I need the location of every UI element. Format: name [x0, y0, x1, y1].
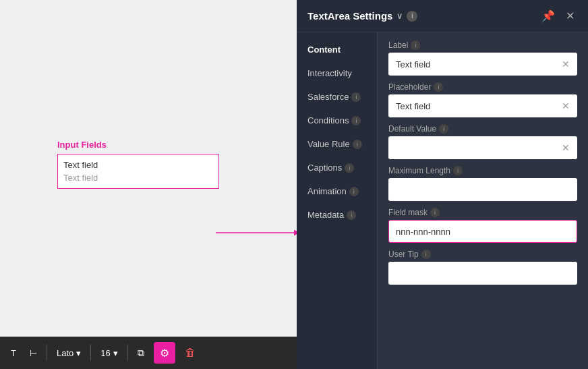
- close-button[interactable]: ✕: [563, 8, 577, 24]
- label-field-label: Label i: [388, 40, 577, 50]
- user-tip-field-label: User Tip i: [388, 250, 577, 259]
- field-mask-group: Field mask i nnn-nnn-nnnn: [388, 208, 577, 243]
- label-info-icon[interactable]: i: [411, 40, 420, 50]
- default-value-clear-button[interactable]: ✕: [562, 143, 570, 152]
- nav-conditions-label: Conditions: [307, 115, 349, 125]
- title-info-icon[interactable]: i: [407, 11, 417, 22]
- toolbar-divider-3: [127, 345, 128, 361]
- title-chevron[interactable]: ∨: [396, 11, 403, 21]
- label-field-group: Label i Text field ✕: [388, 40, 577, 76]
- placeholder-info-icon[interactable]: i: [434, 82, 443, 92]
- align-button[interactable]: ⊢: [26, 345, 41, 361]
- font-size-select[interactable]: 16 ▾: [96, 345, 121, 361]
- toolbar-divider-2: [90, 345, 91, 361]
- default-value-field-label: Default Value i: [388, 124, 577, 134]
- nav-item-interactivity[interactable]: Interactivity: [297, 61, 377, 85]
- font-name: Lato: [57, 348, 74, 358]
- font-size: 16: [100, 348, 110, 358]
- pin-icon: 📌: [541, 10, 555, 22]
- label-clear-button[interactable]: ✕: [562, 59, 570, 69]
- default-value-field-group: Default Value i ✕: [388, 124, 577, 159]
- nav-animation-label: Animation: [307, 186, 347, 196]
- external-icon: ⧉: [138, 347, 144, 359]
- panel-title: TextArea Settings ∨ i: [307, 10, 533, 22]
- bottom-toolbar: T ⊢ Lato ▾ 16 ▾ ⧉ ⚙ 🗑: [0, 337, 303, 369]
- user-tip-info-icon[interactable]: i: [421, 250, 431, 259]
- placeholder-value: Text field: [396, 101, 562, 111]
- nav-value-rule-label: Value Rule: [307, 139, 350, 149]
- default-value-info-icon[interactable]: i: [439, 124, 448, 134]
- max-length-field-label: Maximum Length i: [388, 166, 577, 175]
- captions-info-icon: i: [345, 163, 354, 173]
- metadata-info-icon: i: [347, 210, 356, 220]
- default-value-label-text: Default Value: [388, 124, 436, 134]
- input-placeholder: Text field: [63, 171, 213, 184]
- max-length-input[interactable]: [388, 178, 577, 201]
- input-text-value: Text field: [63, 159, 213, 171]
- label-value: Text field: [396, 59, 562, 69]
- conditions-info-icon: i: [351, 116, 361, 125]
- input-field-container[interactable]: Text field Text field: [57, 154, 219, 189]
- field-mask-value: nnn-nnn-nnnn: [396, 227, 570, 237]
- font-select[interactable]: Lato ▾: [53, 345, 85, 361]
- field-mask-label-text: Field mask: [388, 208, 428, 217]
- settings-panel: TextArea Settings ∨ i 📌 ✕ Content Intera…: [297, 0, 588, 369]
- max-length-label-text: Maximum Length: [388, 166, 450, 175]
- label-input[interactable]: Text field ✕: [388, 53, 577, 76]
- placeholder-input[interactable]: Text field ✕: [388, 94, 577, 117]
- user-tip-field-group: User Tip i: [388, 250, 577, 285]
- nav-content-label: Content: [307, 45, 341, 55]
- user-tip-input[interactable]: [388, 262, 577, 285]
- toolbar-divider-1: [47, 345, 47, 361]
- panel-header-actions: 📌 ✕: [539, 8, 577, 24]
- panel-body: Content Interactivity Salesforce i Condi…: [297, 32, 588, 369]
- animation-info-icon: i: [349, 187, 359, 196]
- nav-metadata-label: Metadata: [307, 210, 344, 220]
- placeholder-field-group: Placeholder i Text field ✕: [388, 82, 577, 117]
- canvas-area: Input Fields Text field Text field: [0, 0, 303, 369]
- external-link-button[interactable]: ⧉: [134, 345, 148, 362]
- panel-title-text: TextArea Settings: [307, 10, 392, 22]
- trash-icon: 🗑: [185, 347, 196, 359]
- field-mask-label: Field mask i: [388, 208, 577, 217]
- field-mask-input[interactable]: nnn-nnn-nnnn: [388, 220, 577, 243]
- user-tip-label-text: User Tip: [388, 250, 419, 259]
- nav-item-content[interactable]: Content: [297, 38, 377, 61]
- placeholder-clear-button[interactable]: ✕: [562, 101, 570, 111]
- input-fields-label: Input Fields: [57, 140, 107, 150]
- text-format-button[interactable]: T: [7, 345, 20, 361]
- nav-item-captions[interactable]: Captions i: [297, 156, 377, 179]
- settings-gear-button[interactable]: ⚙: [154, 342, 175, 364]
- text-icon: T: [11, 348, 16, 358]
- field-mask-info-icon[interactable]: i: [430, 208, 440, 217]
- nav-item-value-rule[interactable]: Value Rule i: [297, 132, 377, 156]
- placeholder-label-text: Placeholder: [388, 82, 431, 92]
- delete-button[interactable]: 🗑: [181, 344, 200, 362]
- nav-item-conditions[interactable]: Conditions i: [297, 109, 377, 132]
- max-length-field-group: Maximum Length i: [388, 166, 577, 201]
- canvas-content: Input Fields Text field Text field: [57, 140, 219, 189]
- label-label-text: Label: [388, 40, 408, 50]
- nav-interactivity-label: Interactivity: [307, 68, 352, 78]
- nav-salesforce-label: Salesforce: [307, 92, 349, 102]
- panel-content: Label i Text field ✕ Placeholder i Text …: [378, 32, 588, 369]
- pin-button[interactable]: 📌: [539, 8, 558, 24]
- placeholder-field-label: Placeholder i: [388, 82, 577, 92]
- panel-nav: Content Interactivity Salesforce i Condi…: [297, 32, 378, 369]
- gear-icon: ⚙: [160, 347, 169, 360]
- default-value-input[interactable]: ✕: [388, 136, 577, 159]
- size-chevron: ▾: [113, 348, 118, 358]
- nav-item-animation[interactable]: Animation i: [297, 179, 377, 203]
- nav-item-metadata[interactable]: Metadata i: [297, 203, 377, 227]
- max-length-info-icon[interactable]: i: [453, 166, 463, 175]
- value-rule-info-icon: i: [353, 140, 362, 149]
- nav-captions-label: Captions: [307, 163, 342, 173]
- align-icon: ⊢: [30, 348, 37, 358]
- close-icon: ✕: [566, 10, 575, 22]
- salesforce-info-icon: i: [351, 92, 361, 102]
- panel-header: TextArea Settings ∨ i 📌 ✕: [297, 0, 588, 32]
- font-chevron: ▾: [76, 348, 81, 358]
- nav-item-salesforce[interactable]: Salesforce i: [297, 85, 377, 109]
